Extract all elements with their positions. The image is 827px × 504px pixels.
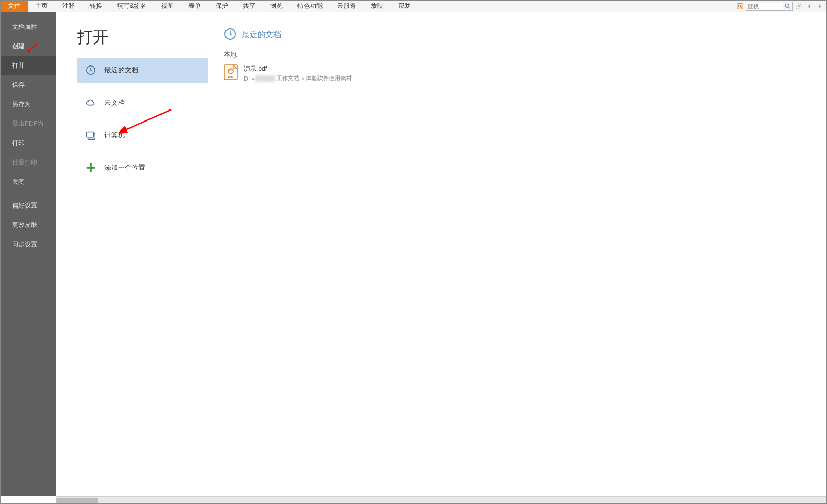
recent-header: 最近的文档 [224, 28, 826, 42]
menu-tab-browse[interactable]: 浏览 [263, 1, 290, 12]
menu-tab-view[interactable]: 视图 [154, 1, 181, 12]
option-label: 计算机 [104, 130, 125, 140]
nav-forward-icon[interactable] [815, 2, 824, 11]
clock-icon [224, 28, 237, 42]
cloud-icon [84, 96, 97, 109]
svg-text:PDF: PDF [228, 75, 234, 79]
menu-tab-file[interactable]: 文件 [1, 1, 28, 12]
top-menubar: 文件 主页 注释 转换 填写&签名 视图 表单 保护 共享 浏览 特色功能 云服… [1, 1, 826, 12]
sidebar-item-sync[interactable]: 同步设置 [1, 235, 56, 254]
option-label: 添加一个位置 [104, 163, 145, 172]
sidebar-item-print[interactable]: 打印 [1, 134, 56, 153]
menu-tab-convert[interactable]: 转换 [82, 1, 110, 12]
page-title: 打开 [77, 27, 208, 48]
search-icon[interactable] [783, 2, 792, 11]
svg-rect-9 [87, 167, 95, 169]
file-name-label: 演示.pdf [244, 64, 352, 73]
menu-tab-home[interactable]: 主页 [28, 1, 55, 12]
menu-tab-help[interactable]: 帮助 [391, 1, 418, 12]
search-box[interactable] [746, 2, 793, 11]
option-addplace[interactable]: 添加一个位置 [77, 155, 208, 180]
sidebar-item-batchprint[interactable]: 批量打印 [1, 153, 56, 172]
clock-icon [84, 64, 97, 76]
svg-rect-5 [87, 132, 94, 137]
sidebar-item-skin[interactable]: 更改皮肤 [1, 215, 56, 235]
menu-tab-cloud[interactable]: 云服务 [330, 1, 363, 12]
plus-icon [84, 161, 97, 174]
nav-back-icon[interactable] [804, 2, 814, 11]
scrollbar-thumb[interactable] [56, 498, 98, 503]
menu-tab-feature[interactable]: 特色功能 [290, 1, 330, 12]
svg-rect-6 [88, 138, 95, 140]
option-recent[interactable]: 最近的文档 [77, 58, 208, 83]
recent-files-panel: 最近的文档 本地 PDF 演示.pdf D: » [208, 12, 826, 496]
search-ocr-icon[interactable] [735, 2, 745, 11]
option-cloud[interactable]: 云文档 [77, 90, 208, 115]
file-path-label: D: » xxxx 工作文档 » 体验软件使用素材 [244, 74, 352, 82]
pdf-file-icon: PDF [224, 64, 238, 80]
menu-tab-play[interactable]: 放映 [363, 1, 391, 12]
recent-header-label: 最近的文档 [242, 30, 281, 40]
sidebar-item-create[interactable]: 创建 [1, 37, 56, 56]
sidebar-item-prefs[interactable]: 偏好设置 [1, 196, 56, 215]
svg-point-3 [798, 5, 800, 7]
open-options-panel: 打开 最近的文档 云文档 [56, 12, 208, 496]
horizontal-scrollbar[interactable] [56, 496, 826, 503]
menu-tab-form[interactable]: 表单 [181, 1, 208, 12]
sidebar-item-open[interactable]: 打开 [1, 56, 56, 75]
recent-file-row[interactable]: PDF 演示.pdf D: » xxxx 工作文档 » 体验软件使用素材 [224, 62, 826, 84]
sidebar-item-docprops[interactable]: 文档属性 [1, 17, 56, 37]
svg-rect-0 [737, 3, 743, 9]
computer-icon [84, 129, 97, 141]
section-local-label: 本地 [224, 50, 826, 59]
sidebar-item-close[interactable]: 关闭 [1, 172, 56, 192]
menu-tab-annotate[interactable]: 注释 [55, 1, 82, 12]
option-label: 云文档 [104, 98, 125, 107]
sidebar-item-save[interactable]: 保存 [1, 75, 56, 95]
search-input[interactable] [746, 3, 783, 9]
menu-tab-share[interactable]: 共享 [235, 1, 263, 12]
svg-point-2 [785, 4, 789, 7]
sidebar-item-exportpdf[interactable]: 导出PDF为 [1, 114, 56, 134]
option-computer[interactable]: 计算机 [77, 123, 208, 148]
option-label: 最近的文档 [104, 65, 138, 75]
menu-tab-protect[interactable]: 保护 [208, 1, 235, 12]
menu-tab-fill-sign[interactable]: 填写&签名 [110, 1, 154, 12]
file-sidebar: 文档属性 创建 打开 保存 另存为 导出PDF为 打印 批量打印 关闭 偏好设置… [1, 12, 56, 496]
gear-icon[interactable] [794, 2, 803, 11]
svg-point-1 [738, 5, 741, 7]
sidebar-item-saveas[interactable]: 另存为 [1, 95, 56, 114]
